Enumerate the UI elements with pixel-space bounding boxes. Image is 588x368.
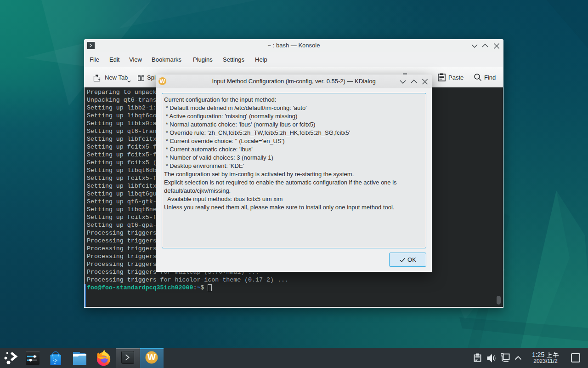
svg-text:W: W — [147, 352, 156, 362]
